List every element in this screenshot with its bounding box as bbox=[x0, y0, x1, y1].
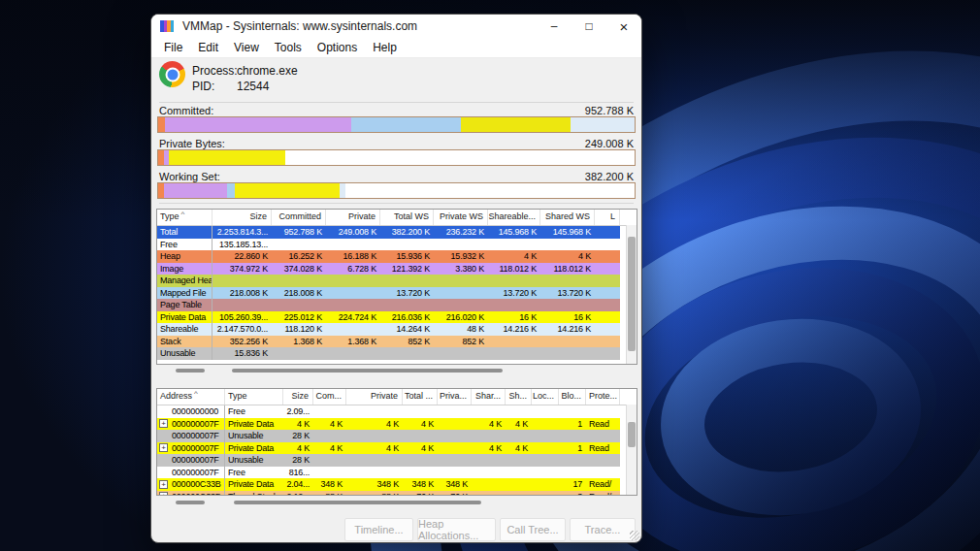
value-cell: 4 K bbox=[283, 442, 313, 455]
table-row[interactable]: Shareable2.147.570.0...118.120 K14.264 K… bbox=[157, 323, 620, 336]
menu-tools[interactable]: Tools bbox=[267, 41, 310, 54]
table-row[interactable]: Private Data105.260.39...225.012 K224.72… bbox=[157, 311, 620, 324]
menu-options[interactable]: Options bbox=[310, 41, 365, 54]
summary-table-header: Type^SizeCommittedPrivateTotal WSPrivate… bbox=[157, 210, 637, 226]
column-header-sh[interactable]: Sh... bbox=[506, 389, 532, 405]
call-tree-button[interactable]: Call Tree... bbox=[500, 518, 566, 541]
scrollbar-thumb[interactable] bbox=[176, 501, 205, 504]
value-cell: 14.216 K bbox=[488, 323, 540, 336]
scrollbar-thumb[interactable] bbox=[628, 422, 636, 447]
gauge-value: 952.788 K bbox=[585, 105, 634, 116]
column-header-total-ws[interactable]: Total WS bbox=[380, 210, 434, 225]
menu-edit[interactable]: Edit bbox=[190, 41, 226, 54]
table-row[interactable]: Heap22.860 K16.252 K16.188 K15.936 K15.9… bbox=[157, 250, 620, 263]
value-cell bbox=[346, 430, 403, 442]
timeline-button[interactable]: Timeline... bbox=[344, 518, 413, 541]
table-row[interactable]: 000000C33B+Thread Stack2.12...88 K88 K76… bbox=[157, 491, 620, 497]
table-row[interactable]: 000000007FFree816... bbox=[157, 467, 620, 479]
menu-file[interactable]: File bbox=[156, 41, 190, 54]
value-cell bbox=[488, 347, 540, 360]
scrollbar-thumb[interactable] bbox=[176, 369, 205, 373]
address-cell: 000000007F+ bbox=[157, 442, 225, 455]
gauge-segment-image bbox=[164, 183, 227, 198]
column-header-committed[interactable]: Committed bbox=[272, 210, 326, 225]
value-cell bbox=[595, 239, 620, 251]
column-header-blo[interactable]: Blo... bbox=[559, 389, 586, 405]
value-cell: 1 bbox=[559, 442, 586, 455]
column-header-shareable[interactable]: Shareable... bbox=[488, 210, 540, 225]
column-header-label: Prote... bbox=[589, 391, 617, 401]
value-cell bbox=[595, 226, 620, 239]
column-header-l[interactable]: L bbox=[595, 210, 620, 225]
type-cell: Managed Heap bbox=[157, 275, 212, 287]
resize-grip[interactable] bbox=[630, 531, 639, 540]
heap-allocations-button[interactable]: Heap Allocations... bbox=[417, 518, 496, 541]
table-row[interactable]: Mapped File218.008 K218.008 K13.720 K13.… bbox=[157, 287, 620, 300]
gauge-value: 382.200 K bbox=[585, 171, 634, 182]
menu-view[interactable]: View bbox=[226, 41, 267, 54]
value-cell bbox=[438, 430, 472, 442]
minimize-button[interactable]: – bbox=[537, 15, 572, 38]
detail-horizontal-scrollbar[interactable] bbox=[156, 499, 637, 506]
type-cell: Image bbox=[157, 263, 212, 276]
value-cell: Free bbox=[225, 467, 283, 479]
table-row[interactable]: Page Table bbox=[157, 299, 620, 311]
table-row[interactable]: 000000007F+Private Data4 K4 K4 K4 K4 K4 … bbox=[157, 442, 620, 455]
column-header-shar[interactable]: Shar... bbox=[472, 389, 506, 405]
column-header-total[interactable]: Total ... bbox=[403, 389, 438, 405]
expand-icon[interactable]: + bbox=[159, 480, 168, 489]
table-row[interactable]: 000000C33B+Private Data2.04...348 K348 K… bbox=[157, 478, 620, 491]
column-header-type[interactable]: Type bbox=[225, 389, 283, 405]
column-header-type[interactable]: Type^ bbox=[157, 210, 212, 225]
summary-horizontal-scrollbar[interactable] bbox=[156, 367, 637, 374]
value-cell: 17 bbox=[559, 478, 586, 491]
column-header-prote[interactable]: Prote... bbox=[586, 389, 620, 405]
value-cell: 2.09... bbox=[283, 405, 313, 418]
value-cell: 4 K bbox=[346, 418, 403, 431]
expand-icon[interactable]: + bbox=[159, 419, 168, 428]
column-header-private-ws[interactable]: Private WS bbox=[434, 210, 488, 225]
scrollbar-thumb[interactable] bbox=[232, 369, 503, 373]
column-header-shared-ws[interactable]: Shared WS bbox=[540, 210, 595, 225]
table-row[interactable]: 000000007FUnusable28 K bbox=[157, 430, 620, 442]
gauge-label-row: Private Bytes:249.008 K bbox=[157, 138, 636, 149]
scrollbar-thumb[interactable] bbox=[628, 237, 636, 351]
column-header-com[interactable]: Com... bbox=[313, 389, 346, 405]
column-header-label: Private bbox=[348, 211, 376, 221]
menu-help[interactable]: Help bbox=[365, 41, 405, 54]
summary-vertical-scrollbar[interactable] bbox=[626, 225, 637, 364]
type-cell: Stack bbox=[157, 336, 212, 348]
value-cell: 224.724 K bbox=[326, 311, 380, 324]
table-row[interactable]: Managed Heap bbox=[157, 275, 620, 287]
value-cell bbox=[532, 405, 559, 418]
address-cell: 000000007F bbox=[157, 454, 225, 467]
value-cell: 348 K bbox=[403, 478, 438, 491]
column-header-size[interactable]: Size bbox=[283, 389, 313, 405]
maximize-button[interactable]: □ bbox=[572, 15, 606, 38]
window-title: VMMap - Sysinternals: www.sysinternals.c… bbox=[182, 19, 417, 33]
column-header-private[interactable]: Private bbox=[346, 389, 403, 405]
column-header-private[interactable]: Private bbox=[326, 210, 380, 225]
value-cell bbox=[586, 467, 620, 479]
column-header-size[interactable]: Size bbox=[212, 210, 272, 225]
trace-button[interactable]: Trace... bbox=[570, 518, 636, 541]
column-header-label: Shareable... bbox=[488, 211, 536, 221]
column-header-loc[interactable]: Loc... bbox=[532, 389, 559, 405]
column-header-address[interactable]: Address^ bbox=[157, 389, 225, 405]
scrollbar-thumb[interactable] bbox=[234, 501, 481, 504]
table-row[interactable]: 000000007FUnusable28 K bbox=[157, 454, 620, 467]
expand-icon[interactable]: + bbox=[159, 492, 168, 496]
title-bar[interactable]: VMMap - Sysinternals: www.sysinternals.c… bbox=[151, 15, 641, 38]
value-cell bbox=[586, 430, 620, 442]
close-button[interactable]: × bbox=[606, 15, 641, 38]
table-row[interactable]: 0000000000Free2.09... bbox=[157, 405, 620, 418]
table-row[interactable]: 000000007F+Private Data4 K4 K4 K4 K4 K4 … bbox=[157, 418, 620, 431]
expand-icon[interactable]: + bbox=[159, 443, 168, 452]
table-row[interactable]: Total2.253.814.3...952.788 K249.008 K382… bbox=[157, 226, 620, 239]
table-row[interactable]: Image374.972 K374.028 K6.728 K121.392 K3… bbox=[157, 263, 620, 276]
table-row[interactable]: Stack352.256 K1.368 K1.368 K852 K852 K bbox=[157, 336, 620, 348]
table-row[interactable]: Unusable15.836 K bbox=[157, 347, 620, 360]
detail-vertical-scrollbar[interactable] bbox=[626, 405, 637, 495]
column-header-priva[interactable]: Priva... bbox=[438, 389, 472, 405]
table-row[interactable]: Free135.185.13... bbox=[157, 239, 620, 251]
